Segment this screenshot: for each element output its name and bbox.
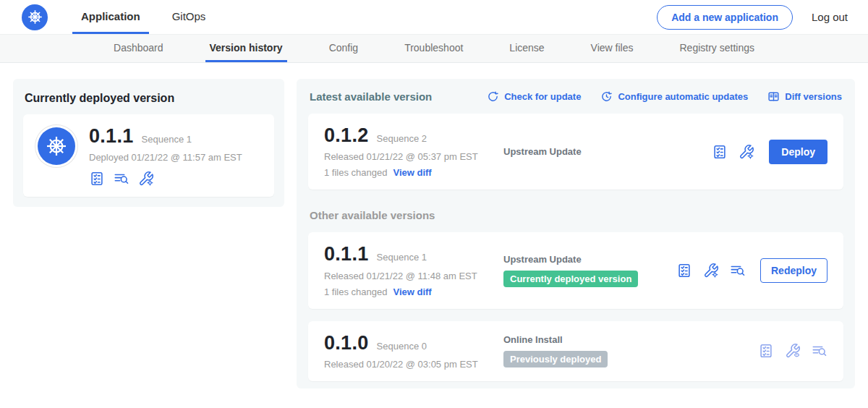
other-versions-title: Other available versions <box>310 209 842 221</box>
files-changed-label: 1 files changed <box>324 167 387 178</box>
config-gear-icon[interactable] <box>739 144 754 160</box>
released-timestamp: Released 01/20/22 @ 03:05 pm EST <box>324 359 503 370</box>
current-version-number: 0.1.1 <box>89 126 134 146</box>
version-history-panel: Latest available version Check for updat… <box>297 79 855 388</box>
app-header: Application GitOps Add a new application… <box>0 0 868 34</box>
version-source-label: Upstream Update <box>503 254 676 265</box>
tab-view-files[interactable]: View files <box>587 35 638 62</box>
tab-config[interactable]: Config <box>325 35 362 62</box>
tab-version-history[interactable]: Version history <box>205 35 287 62</box>
released-timestamp: Released 01/21/22 @ 11:48 am EST <box>324 271 503 281</box>
deploy-button[interactable]: Deploy <box>769 140 827 164</box>
tab-troubleshoot[interactable]: Troubleshoot <box>400 35 467 62</box>
sequence-label: Sequence 1 <box>377 252 427 263</box>
diff-columns-icon <box>767 90 780 103</box>
currently-deployed-version-card: 0.1.1 Sequence 1 Deployed 01/21/22 @ 11:… <box>23 114 274 197</box>
check-for-update-link[interactable]: Check for update <box>487 90 581 103</box>
header-tabs: Application GitOps <box>72 0 229 34</box>
version-number: 0.1.1 <box>324 244 369 264</box>
currently-deployed-card: Currently deployed version 0.1.1 <box>13 79 284 207</box>
configure-automatic-updates-link[interactable]: Configure automatic updates <box>600 90 748 103</box>
tab-dashboard[interactable]: Dashboard <box>109 35 168 62</box>
tab-gitops[interactable]: GitOps <box>163 0 215 34</box>
previously-deployed-badge: Previously deployed <box>503 351 608 367</box>
refresh-icon <box>487 90 499 103</box>
config-view-icon[interactable] <box>785 343 801 359</box>
version-row-0-1-1: 0.1.1 Sequence 1 Released 01/21/22 @ 11:… <box>308 232 843 308</box>
config-gear-icon[interactable] <box>703 263 719 279</box>
kubernetes-logo <box>22 4 48 30</box>
app-logo <box>38 127 75 165</box>
currently-deployed-title: Currently deployed version <box>25 92 273 105</box>
tab-license[interactable]: License <box>505 35 548 62</box>
current-sequence-label: Sequence 1 <box>142 134 192 145</box>
tab-application[interactable]: Application <box>72 0 149 34</box>
schedule-update-icon <box>600 90 613 103</box>
version-number: 0.1.2 <box>324 125 369 145</box>
latest-available-title: Latest available version <box>310 90 432 103</box>
preflight-checks-icon[interactable] <box>758 343 774 359</box>
config-gear-icon[interactable] <box>138 171 154 187</box>
main-content: Currently deployed version 0.1.1 <box>0 63 868 388</box>
kubernetes-wheel-icon <box>43 132 70 160</box>
logout-button[interactable]: Log out <box>812 11 848 23</box>
version-number: 0.1.0 <box>324 333 369 353</box>
kubernetes-wheel-icon <box>25 7 45 27</box>
deployed-timestamp: Deployed 01/21/22 @ 11:57 am EST <box>89 152 242 163</box>
version-source-label: Online Install <box>503 334 758 345</box>
version-source-label: Upstream Update <box>503 146 712 157</box>
currently-deployed-badge: Currently deployed version <box>503 271 638 287</box>
redeploy-button[interactable]: Redeploy <box>760 258 827 283</box>
view-diff-link[interactable]: View diff <box>393 167 431 178</box>
app-subnav: Dashboard Version history Config Trouble… <box>0 34 868 63</box>
view-diff-link[interactable]: View diff <box>393 286 431 297</box>
version-row-0-1-0: 0.1.0 Sequence 0 Released 01/20/22 @ 03:… <box>308 321 843 381</box>
add-application-button[interactable]: Add a new application <box>657 5 793 30</box>
preflight-checks-icon[interactable] <box>89 171 105 187</box>
released-timestamp: Released 01/21/22 @ 05:37 pm EST <box>324 151 503 162</box>
tab-registry-settings[interactable]: Registry settings <box>676 35 759 62</box>
header-right: Add a new application Log out <box>657 0 848 34</box>
deploy-logs-icon[interactable] <box>730 263 746 279</box>
sequence-label: Sequence 2 <box>377 133 427 144</box>
files-changed-label: 1 files changed <box>324 286 387 297</box>
deploy-logs-icon[interactable] <box>114 171 129 187</box>
sequence-label: Sequence 0 <box>377 341 427 352</box>
preflight-checks-icon[interactable] <box>712 144 728 160</box>
version-row-0-1-2: 0.1.2 Sequence 2 Released 01/21/22 @ 05:… <box>308 114 843 190</box>
diff-versions-link[interactable]: Diff versions <box>767 90 842 103</box>
deploy-logs-icon[interactable] <box>812 343 827 359</box>
preflight-checks-icon[interactable] <box>676 263 692 279</box>
